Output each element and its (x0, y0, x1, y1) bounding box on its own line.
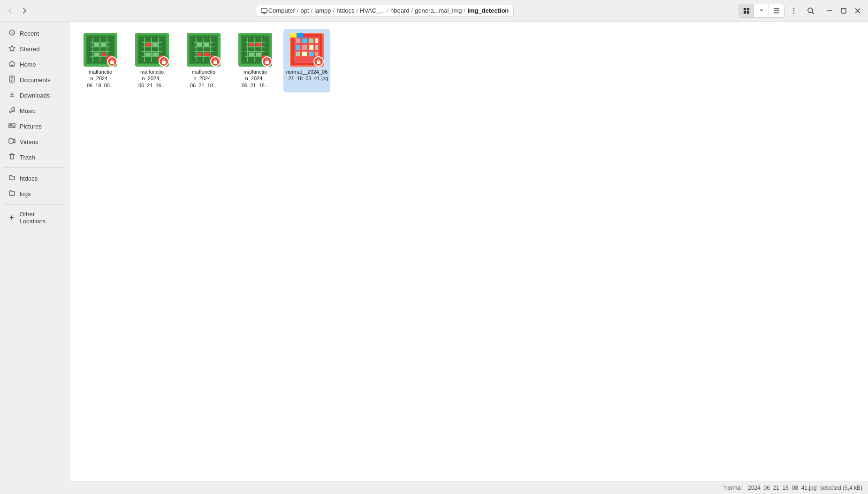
status-text: "normal__2024_06_21_18_08_41.jpg" select… (723, 485, 862, 491)
file-name: malfunctio n_2024_ 06_21_16... (130, 68, 174, 89)
maximize-button[interactable] (837, 4, 850, 17)
back-button[interactable] (4, 4, 17, 17)
file-icon-wrapper: ! (84, 33, 117, 67)
breadcrumb-hvac[interactable]: HVAC_... (360, 7, 385, 14)
svg-rect-91 (256, 43, 261, 46)
sidebar-item-htdocs[interactable]: htdocs (2, 171, 67, 186)
svg-rect-92 (249, 53, 254, 56)
svg-rect-0 (261, 8, 267, 12)
sep1: / (296, 7, 300, 14)
svg-rect-62 (162, 61, 166, 64)
svg-rect-106 (309, 45, 313, 50)
window-controls (823, 4, 864, 17)
breadcrumb: Computer / opt / lampp / htdocs / HVAC_.… (256, 5, 514, 16)
svg-rect-56 (145, 43, 151, 46)
svg-rect-103 (315, 38, 318, 43)
breadcrumb-lampp[interactable]: lampp (314, 7, 331, 14)
home-icon (8, 60, 16, 68)
videos-icon (8, 137, 16, 146)
sidebar-item-music[interactable]: Music (2, 103, 67, 118)
sidebar-item-downloads[interactable]: Downloads (2, 88, 67, 103)
trash-icon (8, 153, 16, 161)
sidebar-item-pictures[interactable]: Pictures (2, 119, 67, 134)
svg-rect-104 (296, 45, 300, 50)
svg-rect-28 (8, 139, 13, 143)
file-icon-wrapper (290, 33, 324, 67)
svg-rect-107 (315, 45, 318, 50)
minimize-button[interactable] (823, 4, 836, 17)
list-view-button[interactable] (769, 4, 784, 17)
svg-rect-58 (145, 53, 151, 56)
sidebar-item-videos[interactable]: Videos (2, 134, 67, 149)
breadcrumb-htdocs[interactable]: htdocs (336, 7, 354, 14)
svg-rect-45 (110, 61, 114, 64)
sidebar-item-documents[interactable]: Documents (2, 72, 67, 87)
sidebar-item-recent[interactable]: Recent (2, 26, 67, 41)
svg-rect-75 (197, 53, 202, 56)
close-button[interactable] (851, 4, 864, 17)
lock-badge (159, 56, 169, 67)
svg-point-11 (808, 8, 813, 13)
sidebar-item-trash[interactable]: Trash (2, 150, 67, 165)
svg-point-25 (12, 110, 14, 112)
svg-rect-102 (309, 38, 313, 43)
lock-badge (107, 56, 117, 67)
other-locations-label: Other Locations (20, 211, 61, 225)
sidebar-item-home[interactable]: Home (2, 57, 67, 72)
nav-buttons (4, 4, 31, 17)
svg-rect-90 (249, 43, 254, 46)
svg-rect-79 (213, 61, 217, 64)
sep5: / (386, 7, 389, 14)
lock-badge (313, 56, 324, 67)
titlebar: Computer / opt / lampp / htdocs / HVAC_.… (0, 0, 868, 22)
lock-badge (262, 56, 272, 67)
recent-icon (8, 29, 16, 38)
file-area: ! malfunctio n_2024_ 06_18_00... (69, 22, 868, 481)
more-button[interactable] (786, 4, 801, 17)
svg-rect-76 (204, 53, 209, 56)
breadcrumb-img-detection[interactable]: img_detection (467, 7, 509, 14)
file-item-selected[interactable]: normal__2024_06_21_18_08_41.jpg (283, 29, 330, 92)
breadcrumb-computer[interactable]: Computer (261, 7, 295, 14)
sidebar-item-logs[interactable]: logs (2, 186, 67, 201)
pictures-label: Pictures (20, 123, 42, 130)
lock-badge (210, 56, 221, 67)
svg-rect-2 (746, 8, 749, 10)
file-item[interactable]: ! malfunctio n_2024_ 06_18_00... (77, 29, 124, 92)
sep4: / (355, 7, 359, 14)
svg-marker-18 (8, 45, 15, 51)
breadcrumb-genera[interactable]: genera...mal_img (415, 7, 462, 14)
file-item[interactable]: ! malfunctio n_2024_ 06_21_18... (180, 29, 227, 92)
sep6: / (410, 7, 414, 14)
svg-rect-40 (101, 43, 106, 46)
htdocs-label: htdocs (20, 175, 38, 182)
breadcrumb-hboard[interactable]: hboard (390, 7, 409, 14)
recent-label: Recent (20, 30, 39, 37)
sidebar-item-starred[interactable]: Starred (2, 41, 67, 56)
file-name: normal__2024_06_21_18_08_41.jpg (285, 68, 328, 82)
forward-button[interactable] (18, 4, 31, 17)
list-view-chevron-button[interactable] (754, 4, 769, 17)
files-grid: ! malfunctio n_2024_ 06_18_00... (77, 29, 860, 92)
documents-label: Documents (20, 76, 51, 84)
documents-icon (8, 76, 16, 84)
svg-rect-42 (101, 53, 106, 56)
svg-rect-105 (302, 45, 307, 50)
search-button[interactable] (803, 4, 818, 17)
trash-label: Trash (20, 154, 35, 161)
icon-view-button[interactable] (739, 4, 754, 17)
svg-rect-93 (256, 53, 261, 56)
file-item[interactable]: ! malfunctio n_2024_ 06_21_16... (129, 29, 175, 92)
view-toggle (739, 4, 784, 18)
breadcrumb-opt[interactable]: opt (300, 7, 309, 14)
svg-rect-113 (297, 33, 303, 38)
other-locations-icon: + (8, 213, 16, 222)
sidebar-item-other-locations[interactable]: + Other Locations (2, 207, 67, 228)
main-layout: Recent Starred Home Documents Downloads (0, 22, 868, 481)
svg-rect-5 (774, 8, 779, 9)
svg-rect-59 (152, 53, 158, 56)
sep7: / (463, 7, 467, 14)
svg-rect-74 (204, 43, 209, 46)
file-item[interactable]: ! malfunctio n_2024_ 06_21_18... (232, 29, 279, 92)
svg-rect-1 (743, 8, 746, 10)
